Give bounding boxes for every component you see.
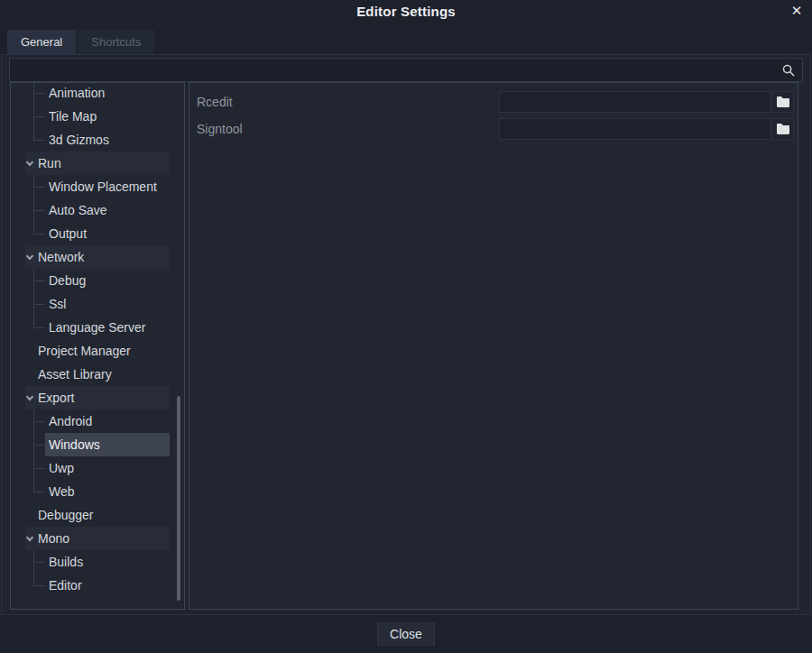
tree-item-android[interactable]: Android bbox=[11, 409, 184, 433]
tab-shortcuts[interactable]: Shortcuts bbox=[78, 30, 154, 54]
tree-item-web[interactable]: Web bbox=[11, 480, 184, 503]
tree-item-label: Builds bbox=[49, 555, 83, 569]
tree-item-label: Network bbox=[38, 250, 84, 264]
tree-item-label: Asset Library bbox=[38, 367, 112, 382]
dialog-title: Editor Settings bbox=[0, 4, 812, 19]
tree-item-label: Debugger bbox=[38, 508, 94, 522]
search-icon bbox=[782, 64, 795, 77]
tree-item-windows[interactable]: Windows bbox=[11, 433, 184, 456]
search-bar bbox=[9, 58, 803, 82]
tree-item-label: Android bbox=[49, 414, 92, 428]
tree-item-label: Uwp bbox=[49, 461, 74, 475]
rcedit-browse-button[interactable] bbox=[772, 91, 794, 113]
tree-item-label: Project Manager bbox=[38, 344, 131, 358]
tree-item-tile-map[interactable]: Tile Map bbox=[11, 105, 184, 128]
footer: Close bbox=[0, 615, 812, 653]
tree-item-label: Web bbox=[49, 484, 75, 499]
tree-item-label: Animation bbox=[49, 86, 105, 100]
property-label: Signtool bbox=[197, 122, 499, 136]
tab-general[interactable]: General bbox=[7, 30, 76, 54]
rcedit-path-input[interactable] bbox=[499, 91, 770, 113]
properties-panel: RceditSigntool bbox=[189, 82, 798, 610]
tree-item-auto-save[interactable]: Auto Save bbox=[11, 198, 184, 222]
tree-item-builds[interactable]: Builds bbox=[11, 550, 184, 574]
tab-bar: GeneralShortcuts bbox=[7, 30, 154, 54]
tab-content-panel: AnimationTile Map3d GizmosRunWindow Plac… bbox=[1, 54, 811, 615]
property-row-rcedit: Rcedit bbox=[189, 88, 798, 115]
tree-item-mono[interactable]: Mono bbox=[11, 527, 184, 550]
tree-item-asset-library[interactable]: Asset Library bbox=[11, 363, 184, 386]
tree-item-label: Debug bbox=[49, 273, 86, 288]
tree-item-label: Editor bbox=[49, 578, 82, 593]
tree-item-debugger[interactable]: Debugger bbox=[11, 503, 184, 527]
settings-tree-panel: AnimationTile Map3d GizmosRunWindow Plac… bbox=[10, 82, 185, 610]
tree-item-network[interactable]: Network bbox=[11, 245, 184, 269]
signtool-browse-button[interactable] bbox=[772, 118, 794, 140]
folder-icon bbox=[776, 96, 790, 108]
tree-item-language-server[interactable]: Language Server bbox=[11, 316, 184, 339]
tree-item-output[interactable]: Output bbox=[11, 222, 184, 245]
tree-item-uwp[interactable]: Uwp bbox=[11, 456, 184, 480]
tree-item-label: Auto Save bbox=[49, 203, 107, 217]
tree-item-animation[interactable]: Animation bbox=[11, 82, 184, 105]
tree-item-ssl[interactable]: Ssl bbox=[11, 292, 184, 316]
close-button[interactable]: Close bbox=[377, 622, 435, 646]
close-icon[interactable]: ✕ bbox=[788, 2, 806, 20]
settings-tree: AnimationTile Map3d GizmosRunWindow Plac… bbox=[11, 82, 184, 597]
search-input[interactable] bbox=[10, 59, 802, 81]
tree-scrollbar-thumb[interactable] bbox=[177, 396, 180, 601]
signtool-path-input[interactable] bbox=[499, 118, 770, 140]
tree-item-run[interactable]: Run bbox=[11, 152, 184, 175]
tree-item-label: Export bbox=[38, 391, 74, 405]
tree-item-window-placement[interactable]: Window Placement bbox=[11, 175, 184, 198]
tree-item-3d-gizmos[interactable]: 3d Gizmos bbox=[11, 128, 184, 152]
tree-item-label: Ssl bbox=[49, 297, 66, 311]
tree-item-editor[interactable]: Editor bbox=[11, 574, 184, 597]
tree-item-label: Run bbox=[38, 156, 61, 170]
property-label: Rcedit bbox=[197, 95, 499, 109]
tree-item-label: Output bbox=[49, 226, 87, 241]
tree-item-label: Windows bbox=[49, 437, 100, 452]
tree-item-label: Tile Map bbox=[49, 109, 97, 124]
folder-icon bbox=[776, 123, 790, 135]
tree-item-label: 3d Gizmos bbox=[49, 133, 109, 147]
tree-item-label: Window Placement bbox=[49, 179, 157, 194]
tree-item-debug[interactable]: Debug bbox=[11, 269, 184, 292]
tree-item-export[interactable]: Export bbox=[11, 386, 184, 409]
titlebar: Editor Settings ✕ bbox=[0, 0, 812, 27]
tree-item-label: Language Server bbox=[49, 320, 145, 335]
property-row-signtool: Signtool bbox=[189, 115, 798, 143]
properties-list: RceditSigntool bbox=[189, 88, 798, 143]
tree-item-project-manager[interactable]: Project Manager bbox=[11, 339, 184, 363]
tree-item-label: Mono bbox=[38, 531, 69, 546]
